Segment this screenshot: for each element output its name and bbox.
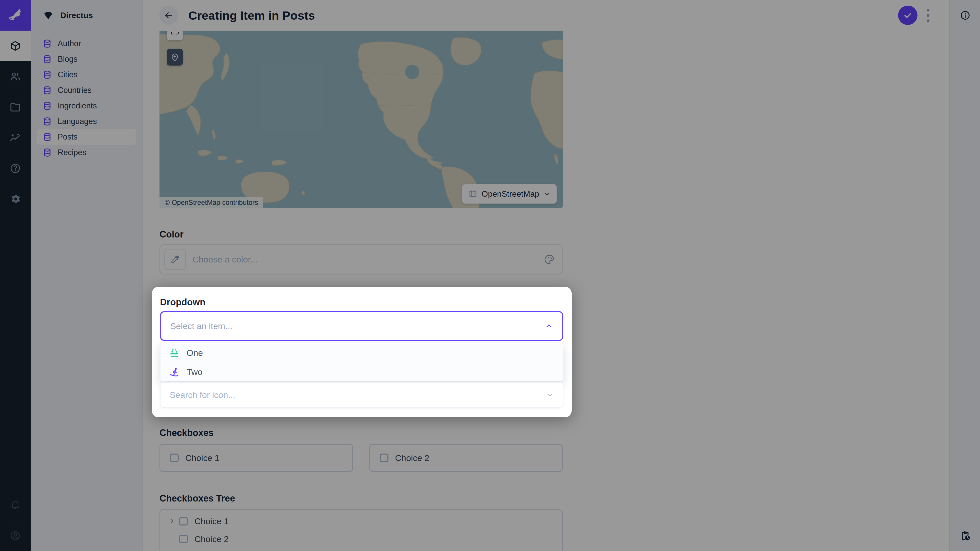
chevron-up-icon — [545, 322, 553, 330]
dropdown-option-one[interactable]: One — [161, 343, 563, 362]
dropdown-menu: One Two — [160, 343, 563, 381]
downhill-skiing-icon — [169, 367, 180, 377]
dropdown-option-two[interactable]: Two — [161, 362, 563, 381]
dim-overlay[interactable] — [0, 0, 980, 551]
hot-tub-icon — [169, 348, 180, 358]
icon-search-placeholder: Search for icon... — [170, 390, 235, 400]
dropdown-field-card: Dropdown Select an item... One — [152, 287, 572, 417]
dropdown-field-label: Dropdown — [160, 297, 205, 308]
dropdown-select[interactable]: Select an item... — [160, 311, 563, 341]
icon-search-input[interactable]: Search for icon... — [160, 382, 563, 408]
chevron-down-icon — [546, 391, 554, 399]
dropdown-placeholder: Select an item... — [170, 321, 232, 331]
